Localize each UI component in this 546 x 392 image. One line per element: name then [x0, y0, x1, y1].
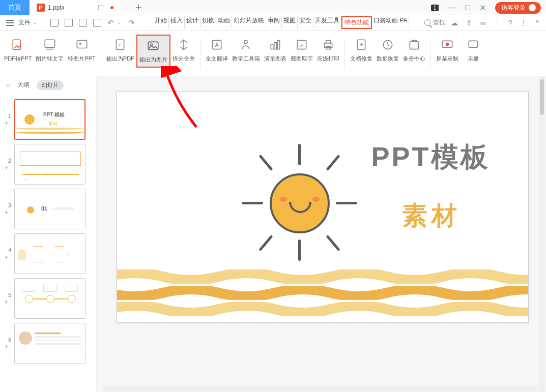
- thumb-row-2[interactable]: 2✦: [0, 142, 96, 187]
- ribbon-export-image[interactable]: 输出为图片: [136, 35, 170, 68]
- login-button[interactable]: 访客登录: [495, 2, 541, 14]
- ribbon-translate[interactable]: A全文翻译: [204, 35, 230, 66]
- preview-icon[interactable]: [93, 19, 101, 27]
- ribbon-label: 数据恢复: [377, 55, 399, 63]
- tab-review[interactable]: 审阅: [266, 16, 282, 29]
- horizontal-scrollbar[interactable]: [102, 385, 538, 391]
- minimize-button[interactable]: —: [448, 3, 456, 12]
- ribbon-cast[interactable]: 乐播: [461, 35, 486, 66]
- hamburger-icon[interactable]: [6, 20, 14, 26]
- ribbon-to-img-ppt[interactable]: 转图片PPT: [66, 35, 97, 66]
- tab-special[interactable]: 特色功能: [341, 16, 372, 29]
- ribbon-split-merge[interactable]: 拆分合并: [170, 35, 197, 66]
- tab-slideshow[interactable]: 幻灯片放映: [232, 16, 266, 29]
- print-icon: [321, 38, 335, 52]
- ribbon-screen-record[interactable]: 屏幕录制: [434, 35, 461, 66]
- wave-shape: [15, 128, 84, 136]
- home-tab[interactable]: 首页: [0, 0, 30, 15]
- login-label: 访客登录: [501, 4, 526, 12]
- svg-text:A: A: [215, 42, 219, 48]
- ribbon-label: 屏幕录制: [436, 55, 458, 63]
- close-button[interactable]: ✕: [479, 3, 486, 13]
- svg-rect-11: [271, 45, 273, 49]
- svg-rect-13: [277, 40, 279, 49]
- ribbon-backup[interactable]: 备份中心: [401, 35, 427, 66]
- ribbon-print[interactable]: 高级打印: [315, 35, 341, 66]
- thumbnail-1[interactable]: PPT 模板 素材: [14, 99, 85, 140]
- avatar-shape: [19, 331, 32, 345]
- chevron-down-icon[interactable]: ⌄: [33, 20, 37, 25]
- new-tab-button[interactable]: +: [131, 1, 146, 14]
- cloud-icon[interactable]: ☁: [451, 19, 458, 27]
- thumbnail-4[interactable]: [14, 233, 85, 274]
- slide-number: 4: [4, 247, 11, 253]
- print-icon[interactable]: [79, 19, 87, 27]
- thumbnail-6[interactable]: [14, 323, 85, 364]
- slide-canvas[interactable]: PPT模板 素材: [117, 92, 529, 323]
- help-icon[interactable]: ?: [508, 19, 512, 27]
- tab-window-icon[interactable]: [98, 5, 103, 10]
- ribbon-pdf-to-ppt[interactable]: PDF转PPT: [2, 35, 34, 66]
- to-img-ppt-icon: [75, 38, 89, 52]
- thumb-row-3[interactable]: 3✦ 01: [0, 187, 96, 231]
- thumb-row-5[interactable]: 5✦: [0, 276, 96, 321]
- undo-chevron-icon[interactable]: ⌄: [117, 20, 121, 25]
- tab-devtools[interactable]: 开发工具: [313, 16, 341, 29]
- export-pdf-icon: P: [113, 38, 127, 52]
- slide-number: 3: [4, 202, 11, 208]
- save-icon[interactable]: [50, 19, 59, 27]
- tab-start[interactable]: 开始: [153, 16, 169, 29]
- thumbnail-5[interactable]: [14, 278, 85, 319]
- slides-tab[interactable]: 幻灯片: [37, 80, 64, 90]
- thumb-row-1[interactable]: 1✦ PPT 模板 素材: [0, 97, 96, 142]
- data-recover-icon: [381, 38, 395, 52]
- slide-panel: ‹‹ 大纲 幻灯片 1✦ PPT 模板 素材 2✦ 3✦ 01: [0, 76, 97, 392]
- hex-shape: [29, 246, 47, 262]
- tab-unsaved-dot: [110, 6, 113, 9]
- save-as-icon[interactable]: [65, 19, 73, 27]
- tab-design[interactable]: 设计: [185, 16, 200, 29]
- thumb-row-4[interactable]: 4✦: [0, 231, 96, 276]
- ribbon-chart[interactable]: 演示图表: [262, 35, 289, 66]
- redo-icon[interactable]: ↷: [128, 18, 135, 27]
- link-icon[interactable]: ∞: [480, 19, 485, 27]
- thumbnail-3[interactable]: 01: [14, 189, 85, 229]
- svg-rect-0: [13, 40, 20, 50]
- tab-security[interactable]: 安全: [298, 16, 313, 29]
- thumbnail-2[interactable]: [14, 144, 85, 185]
- ribbon-export-pdf[interactable]: P输出为PDF: [104, 35, 136, 66]
- ribbon-data-recover[interactable]: 数据恢复: [375, 35, 401, 66]
- outline-tab[interactable]: 大纲: [17, 81, 30, 89]
- wave-2: [117, 286, 529, 300]
- separator: [497, 19, 497, 27]
- tab-insert[interactable]: 插入: [169, 16, 185, 29]
- notif-badge[interactable]: 1: [431, 5, 439, 11]
- ribbon-ocr[interactable]: A截图取字: [289, 35, 315, 66]
- tab-pocket-anim[interactable]: 口袋动画 PA: [372, 16, 409, 29]
- screen-record-icon: [440, 38, 454, 52]
- vertical-scrollbar[interactable]: [539, 76, 545, 392]
- collapse-icon[interactable]: ‹‹: [6, 82, 10, 89]
- file-tab[interactable]: 1.pptx: [30, 0, 121, 15]
- tab-transition[interactable]: 切换: [200, 16, 216, 29]
- separator: [344, 39, 345, 69]
- text-lines: [35, 330, 81, 347]
- search-box[interactable]: 查找: [424, 18, 445, 27]
- collapse-ribbon-icon[interactable]: ^: [535, 19, 539, 27]
- ribbon-teaching-tools[interactable]: 教学工具箱: [230, 35, 262, 66]
- tab-animation[interactable]: 动画: [216, 16, 232, 29]
- scroll-thumb[interactable]: [540, 79, 544, 115]
- file-menu[interactable]: 文件: [18, 18, 31, 27]
- maximize-button[interactable]: □: [465, 3, 470, 12]
- cast-icon: [466, 38, 480, 52]
- slide-subtitle: 素材: [402, 199, 461, 233]
- ribbon-label: 输出为图片: [139, 56, 167, 64]
- ribbon-label: 拆分合并: [173, 55, 195, 63]
- thumb-row-6[interactable]: 6✦: [0, 321, 96, 366]
- undo-icon[interactable]: ↶: [107, 18, 114, 27]
- ribbon-img-to-text[interactable]: 图片转文字: [34, 35, 66, 66]
- ribbon-doc-repair[interactable]: 文档修复: [348, 35, 375, 66]
- share-icon[interactable]: ⇪: [466, 19, 472, 27]
- more-icon[interactable]: ⋮: [520, 19, 527, 27]
- tab-view[interactable]: 视图: [282, 16, 298, 29]
